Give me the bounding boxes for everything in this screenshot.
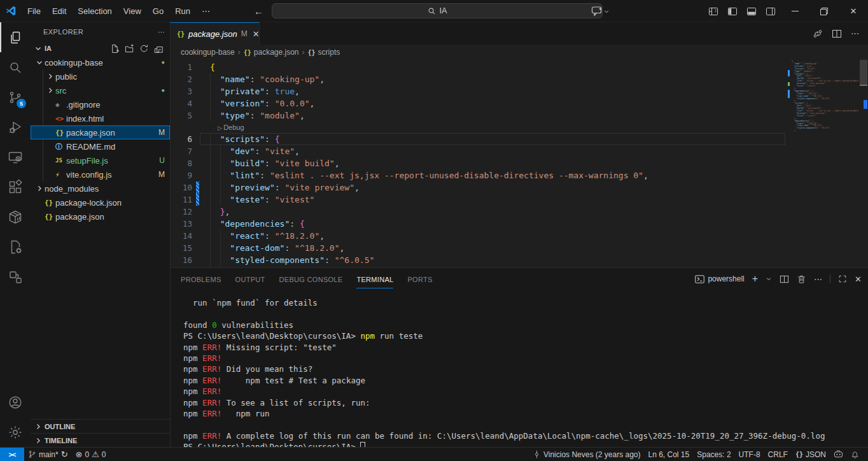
menu-view[interactable]: View — [118, 6, 147, 16]
panel-tab-debug-console[interactable]: DEBUG CONSOLE — [279, 270, 343, 288]
branch-status[interactable]: main* ↻ — [24, 448, 72, 461]
section-outline[interactable]: OUTLINE — [31, 419, 170, 433]
toggle-panel-button[interactable] — [742, 3, 761, 20]
maximize-panel-icon[interactable] — [838, 274, 847, 283]
tree-item-public[interactable]: public — [31, 69, 170, 83]
code-line-16[interactable]: 16 "styled-components": "^6.0.5" — [171, 254, 785, 266]
breadcrumb-item-package-json[interactable]: {}package.json — [244, 48, 299, 57]
command-center-search[interactable]: IA — [272, 3, 603, 18]
indentation-setting[interactable]: Spaces: 2 — [693, 448, 734, 461]
menu-go[interactable]: Go — [147, 6, 169, 16]
new-terminal-icon[interactable]: + — [752, 273, 758, 285]
code-line-14[interactable]: 14 "react": "^18.2.0", — [171, 230, 785, 242]
tree-item-readme-md[interactable]: ⓘREADME.md — [31, 139, 170, 153]
kill-terminal-trash-icon[interactable] — [797, 274, 806, 284]
container-icon[interactable] — [0, 202, 31, 232]
scrollbar-slider[interactable] — [860, 60, 867, 85]
menu-edit[interactable]: Edit — [46, 6, 72, 16]
explorer-icon[interactable] — [0, 22, 31, 52]
toggle-primary-sidebar-button[interactable] — [723, 3, 742, 20]
terminal-shell-chip[interactable]: powershell — [695, 274, 744, 283]
split-editor-icon[interactable] — [832, 29, 842, 39]
remote-explorer-icon[interactable] — [0, 142, 31, 172]
tree-item-package-json[interactable]: {}package.json — [31, 209, 170, 223]
toggle-secondary-sidebar-button[interactable] — [761, 3, 780, 20]
terminal-output[interactable]: run `npm fund` for details found 0 vulne… — [171, 290, 868, 447]
menu-item[interactable]: ⋯ — [196, 6, 216, 16]
refresh-icon[interactable] — [139, 44, 149, 53]
settings-icon[interactable] — [0, 417, 31, 447]
code-editor[interactable]: 1{2 "name": "cooking-up",3 "private": tr… — [171, 60, 868, 267]
remote-indicator[interactable]: >< — [0, 448, 24, 461]
tree-item-index-html[interactable]: <>index.html — [31, 111, 170, 125]
workspace-section-header[interactable]: IA — [31, 41, 170, 55]
panel-tab-problems[interactable]: PROBLEMS — [181, 270, 221, 288]
terminal-dropdown-chevron-icon[interactable] — [766, 276, 772, 282]
tree-item-src[interactable]: src● — [31, 83, 170, 97]
tree-item-setupfile-js[interactable]: JSsetupFile.jsU — [31, 153, 170, 167]
menu-selection[interactable]: Selection — [72, 6, 117, 16]
search-icon[interactable] — [0, 52, 31, 82]
cursor-position[interactable]: Ln 6, Col 15 — [645, 448, 694, 461]
window-close-button[interactable]: ✕ — [839, 0, 868, 22]
open-changes-icon[interactable] — [813, 29, 823, 39]
breadcrumb-item-cookingup-base[interactable]: cookingup-base — [181, 48, 235, 57]
code-line-4[interactable]: 4 "version": "0.0.0", — [171, 97, 785, 110]
accounts-icon[interactable] — [0, 387, 31, 417]
code-line-11[interactable]: 11 "teste": "vitest" — [171, 194, 785, 206]
close-panel-icon[interactable]: ✕ — [855, 274, 862, 284]
code-line-8[interactable]: 8 "build": "vite build", — [171, 157, 785, 169]
copilot-status[interactable] — [830, 448, 847, 461]
tab-package-json[interactable]: {} package.json M ✕ — [171, 22, 260, 45]
customize-layout-button[interactable] — [704, 3, 723, 20]
panel-tab-output[interactable]: OUTPUT — [235, 270, 265, 288]
menu-run[interactable]: Run — [169, 6, 196, 16]
tree-item-package-json[interactable]: {}package.jsonM — [31, 125, 170, 139]
window-minimize-button[interactable] — [780, 0, 809, 22]
section-timeline[interactable]: TIMELINE — [31, 433, 170, 447]
collapse-all-icon[interactable] — [154, 44, 164, 53]
panel-more-actions-icon[interactable]: ⋯ — [814, 274, 822, 284]
eol-setting[interactable]: CRLF — [764, 448, 792, 461]
problems-status[interactable]: ⊗ 0 ⚠ 0 — [72, 448, 110, 461]
code-line-13[interactable]: 13 "dependencies": { — [171, 218, 785, 230]
code-line-7[interactable]: 7 "dev": "vite", — [171, 145, 785, 157]
code-line-15[interactable]: 15 "react-dom": "^18.2.0", — [171, 242, 785, 254]
source-control-icon[interactable]: 5 — [0, 82, 31, 112]
explorer-more-actions-icon[interactable]: ⋯ — [158, 28, 165, 36]
tab-close-icon[interactable]: ✕ — [253, 29, 260, 39]
tree-item-node-modules[interactable]: node_modules — [31, 181, 170, 195]
commit-info[interactable]: Vinicios Neves (2 years ago) — [529, 448, 645, 461]
file-settings-icon[interactable] — [0, 232, 31, 262]
code-line-6[interactable]: 6 "scripts": { — [171, 133, 785, 145]
language-mode[interactable]: {} JSON — [792, 448, 830, 461]
tree-item-gitignore[interactable]: ◆.gitignore — [31, 97, 170, 111]
code-line-9[interactable]: 9 "lint": "eslint . --ext js,jsx --repor… — [171, 169, 785, 181]
code-line-10[interactable]: 10 "preview": "vite preview", — [171, 181, 785, 194]
panel-tab-terminal[interactable]: TERMINAL — [356, 270, 393, 288]
code-line-12[interactable]: 12 }, — [171, 206, 785, 218]
encoding-setting[interactable]: UTF-8 — [735, 448, 764, 461]
panel-tab-ports[interactable]: PORTS — [407, 270, 432, 288]
nav-back-arrow[interactable]: ← — [254, 6, 263, 17]
breadcrumb-item-scripts[interactable]: {}scripts — [308, 48, 340, 57]
window-restore-button[interactable] — [809, 0, 839, 22]
codelens-debug[interactable]: ▷Debug — [171, 122, 785, 133]
run-and-debug-icon[interactable] — [0, 112, 31, 142]
split-terminal-icon[interactable] — [780, 274, 789, 284]
tree-item-vite-config-js[interactable]: ⚡vite.config.jsM — [31, 167, 170, 181]
menu-file[interactable]: File — [22, 6, 46, 16]
editor-scrollbar[interactable] — [859, 60, 868, 267]
group-objects-icon[interactable] — [0, 262, 31, 292]
editor-more-actions-icon[interactable]: ⋯ — [851, 29, 859, 38]
copilot-chat-button[interactable] — [591, 6, 610, 17]
code-line-1[interactable]: 1{ — [171, 61, 785, 73]
notifications-bell[interactable] — [847, 448, 863, 461]
tree-item-cookingup-base[interactable]: cookingup-base● — [31, 55, 170, 69]
extensions-icon[interactable] — [0, 172, 31, 202]
code-line-5[interactable]: 5 "type": "module", — [171, 110, 785, 122]
code-line-2[interactable]: 2 "name": "cooking-up", — [171, 73, 785, 85]
code-line-3[interactable]: 3 "private": true, — [171, 85, 785, 97]
new-file-icon[interactable] — [110, 44, 120, 53]
code-line-17[interactable]: 17 }, — [171, 266, 785, 267]
